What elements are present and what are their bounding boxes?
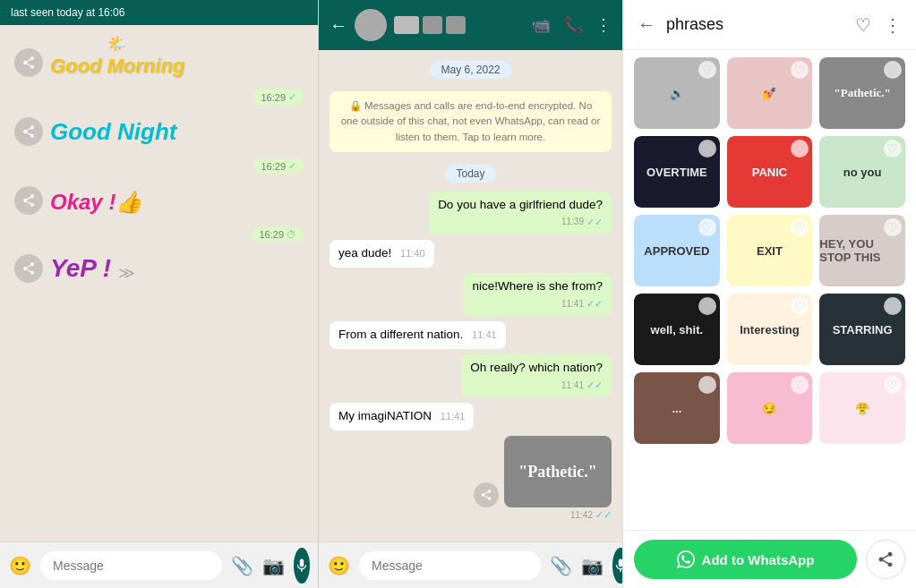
left-message-input[interactable] [40,551,222,580]
sticker-cell-1[interactable]: 💅♡ [727,57,813,129]
yep-text: YeP ! [50,254,111,283]
sun-icon: 🌤️ [107,34,127,54]
sticker-cell-10[interactable]: Interesting♡ [727,294,813,365]
right-panel-title: phrases [666,15,844,34]
left-header: last seen today at 16:06 [0,0,318,25]
okay-row: Okay !👍 [14,186,304,215]
middle-header-icons: 📹 📞 ⋮ [531,15,612,35]
heart-btn-3[interactable]: ♡ [698,140,716,158]
sticker-cell-0[interactable]: 🔊♡ [634,57,720,129]
right-panel: ← phrases ♡ ⋮ 🔊♡💅♡"Pathetic."♡OVERTIME♡P… [622,0,916,588]
good-night-row: Good Night [14,117,304,146]
good-night-text: Good Night [50,118,177,146]
share-sticker[interactable] [474,482,499,507]
add-btn-bar: Add to WhatsApp [623,530,916,588]
good-morning-sticker: 🌤️ Good Morning [50,34,184,77]
phone-icon[interactable]: 📞 [563,15,583,35]
message-text: From a different nation. [338,328,463,341]
middle-input-bar: 🙂 📎 📷 [319,541,622,588]
share-okay[interactable] [14,186,43,215]
sticker-grid: 🔊♡💅♡"Pathetic."♡OVERTIME♡PANIC♡no you♡AP… [634,57,905,444]
contact-avatar-extra [394,16,466,34]
good-morning-time: 16:29 ✓ [253,89,304,105]
emoji-icon-middle[interactable]: 🙂 [328,555,350,576]
sticker-cell-4[interactable]: PANIC♡ [727,136,813,208]
okay-text: Okay !👍 [50,190,142,215]
sticker-cell-7[interactable]: EXIT♡ [727,215,813,286]
heart-btn-11[interactable]: ♡ [884,297,902,315]
left-panel: last seen today at 16:06 🌤️ Good Morning… [0,0,318,588]
share-good-morning[interactable] [14,48,43,77]
message-received-3: My imagiNATION 11:41 [330,403,474,430]
right-back-arrow[interactable]: ← [638,14,655,35]
mic-button-left[interactable] [294,548,310,584]
message-text: Do you have a girlfriend dude? [438,198,603,211]
sticker-cell-8[interactable]: HEY, YOU STOP THIS♡ [819,215,905,286]
share-button-right[interactable] [866,540,905,579]
sticker-cell-2[interactable]: "Pathetic."♡ [819,57,905,129]
more-options-right-icon[interactable]: ⋮ [884,14,902,36]
message-received-1: yea dude! 11:40 [330,240,434,268]
heart-btn-0[interactable]: ♡ [698,61,716,79]
add-to-whatsapp-label: Add to WhatsApp [702,552,815,567]
sticker-cell-5[interactable]: no you♡ [819,136,905,208]
video-call-icon[interactable]: 📹 [531,15,551,35]
yep-row: YeP ! ≫ [14,254,304,283]
encrypted-notice[interactable]: 🔒 Messages and calls are end-to-end encr… [330,91,612,152]
sticker-cell-11[interactable]: STARRING♡ [819,294,905,365]
contact-avatar [355,9,387,41]
good-night-time: 16:29 ✓ [253,158,304,174]
right-header: ← phrases ♡ ⋮ [623,0,916,50]
message-received-2: From a different nation. 11:41 [330,321,506,349]
camera-icon-middle[interactable]: 📷 [581,555,604,576]
sticker-grid-area: 🔊♡💅♡"Pathetic."♡OVERTIME♡PANIC♡no you♡AP… [623,50,916,530]
sticker-message: "Pathetic." 11:42 ✓✓ [474,436,612,521]
add-to-whatsapp-button[interactable]: Add to WhatsApp [634,540,857,579]
attachment-icon-middle[interactable]: 📎 [550,555,572,576]
message-text: nice!Where is she from? [472,279,603,293]
message-text: Oh really? which nation? [470,361,603,374]
heart-btn-12[interactable]: ♡ [698,376,716,394]
message-text: My imagiNATION [338,409,432,422]
sticker-cell-14[interactable]: 😤♡ [819,372,905,444]
sticker-cell-9[interactable]: well, shit.♡ [634,294,720,365]
today-badge: Today [445,165,495,183]
left-input-bar: 🙂 📎 📷 [0,541,318,588]
heart-btn-14[interactable]: ♡ [884,376,902,394]
more-options-icon[interactable]: ⋮ [595,15,612,35]
heart-btn-5[interactable]: ♡ [884,140,902,158]
share-yep[interactable] [14,254,43,283]
good-morning-row: 🌤️ Good Morning [14,34,304,77]
message-sent-1: Do you have a girlfriend dude? 11:39 ✓✓ [429,192,612,234]
last-seen-text: last seen today at 16:06 [11,6,124,19]
sticker-cell-3[interactable]: OVERTIME♡ [634,136,720,208]
middle-panel: ← 📹 📞 ⋮ May 6, 2022 🔒 Messages and calls… [318,0,622,588]
middle-message-input[interactable] [359,551,541,580]
attachment-icon-left[interactable]: 📎 [231,555,253,576]
sticker-cell-13[interactable]: 😏♡ [727,372,813,444]
emoji-icon-left[interactable]: 🙂 [9,555,31,576]
heart-btn-9[interactable]: ♡ [698,297,716,315]
favorite-icon[interactable]: ♡ [855,14,871,36]
heart-btn-2[interactable]: ♡ [884,61,902,79]
camera-icon-left[interactable]: 📷 [262,555,285,576]
back-arrow-icon[interactable]: ← [330,15,347,36]
sticker-cell-12[interactable]: ...♡ [634,372,720,444]
middle-chat-area: May 6, 2022 🔒 Messages and calls are end… [319,50,622,541]
okay-time: 16:29 ⏱ [252,227,304,242]
share-good-night[interactable] [14,117,43,146]
message-sent-3: Oh really? which nation? 11:41 ✓✓ [461,354,612,397]
heart-btn-8[interactable]: ♡ [884,218,902,236]
sticker-cell-6[interactable]: APPROVED♡ [634,215,720,286]
right-header-icons: ♡ ⋮ [855,14,902,36]
heart-btn-6[interactable]: ♡ [698,218,716,236]
good-morning-text: Good Morning [50,55,184,77]
date-badge: May 6, 2022 [430,61,510,79]
pathetic-sticker: "Pathetic." [504,436,612,507]
middle-header: ← 📹 📞 ⋮ [319,0,622,50]
message-text: yea dude! [338,246,391,260]
double-tick-icon: ≫ [118,263,135,283]
left-chat-area: 🌤️ Good Morning 16:29 ✓ Good Night 16:29… [0,25,318,541]
message-sent-2: nice!Where is she from? 11:41 ✓✓ [463,273,612,316]
